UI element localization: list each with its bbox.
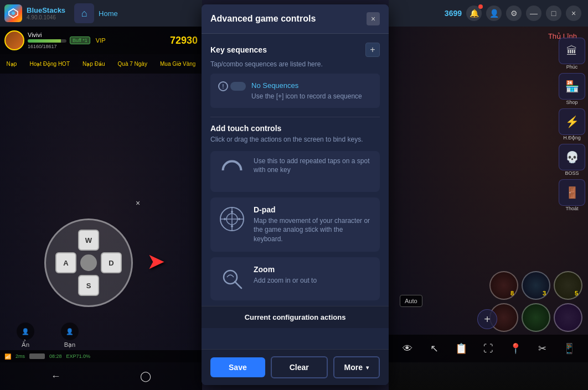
skill-1[interactable]: 8 — [489, 271, 518, 300]
skill-2[interactable]: 3 — [522, 271, 550, 300]
dialog-header: Advanced game controls × — [202, 4, 389, 34]
thoat-label: Thoát — [565, 206, 578, 211]
more-button[interactable]: More ▾ — [333, 356, 380, 378]
scissors-icon[interactable]: ✂ — [533, 340, 551, 357]
dpad-control-desc: Map the movement of your character or th… — [254, 216, 372, 244]
action-hdong[interactable]: ⚡ H.Động — [559, 108, 585, 141]
game-menu-bar[interactable]: Nạp Hoạt Động HOT Nạp Đầu Quà 7 Ngày Mua… — [0, 54, 202, 74]
tap-repeat-card[interactable]: Use this to add repeated taps on a spot … — [210, 151, 380, 192]
touch-controls-title: Add touch controls — [210, 124, 380, 133]
notification-dot — [478, 4, 483, 9]
hdong-icon: ⚡ — [559, 108, 585, 135]
expand-icon[interactable]: ⛶ — [479, 340, 497, 357]
bluestacks-version: 4.90.0.1046 — [27, 14, 65, 20]
skill-6[interactable] — [554, 303, 582, 332]
map-icon[interactable]: 📍 — [507, 340, 524, 357]
no-sequences-content: No Sequences Use the [+] icon to record … — [251, 80, 362, 101]
clear-button[interactable]: Clear — [271, 356, 328, 378]
svg-point-8 — [231, 225, 233, 227]
tap-repeat-desc: Use this to add repeated taps on a spot … — [254, 157, 372, 175]
menu-item-napdau[interactable]: Nạp Đầu — [82, 61, 105, 67]
action-thoat[interactable]: 🚪 Thoát — [559, 179, 585, 211]
char-name: Vivivi — [28, 32, 66, 38]
boss-label: BOSS — [565, 170, 579, 176]
zoom-card[interactable]: Zoom Add zoom in or out to — [210, 257, 380, 300]
char-info: Vivivi 16160/18617 — [28, 32, 66, 49]
skill-circles: 8 3 5 — [489, 271, 582, 332]
dpad-left[interactable]: A — [55, 252, 76, 273]
action-boss[interactable]: 💀 BOSS — [559, 144, 585, 176]
right-game-content: Thủ Lĩnh 🏛 Phúc 🏪 Shop ⚡ H.Động 💀 BOSS 🚪… — [389, 27, 588, 362]
bluestacks-title-area: BlueStacks 4.90.0.1046 — [27, 6, 65, 20]
nav-home[interactable]: ◯ — [140, 370, 151, 382]
hp-fill — [28, 39, 61, 43]
home-label: Home — [99, 9, 118, 18]
action-shop[interactable]: 🏪 Shop — [559, 73, 585, 105]
key-sequences-header: Key sequences + — [210, 43, 380, 57]
svg-point-2 — [223, 162, 241, 179]
dpad-right[interactable]: D — [101, 252, 122, 273]
svg-point-7 — [231, 211, 233, 213]
menu-item-hoatdong[interactable]: Hoạt Động HOT — [29, 61, 70, 67]
zoom-control-icon — [218, 265, 246, 293]
eye-icon[interactable]: 👁 — [399, 340, 416, 357]
dpad-center — [80, 254, 97, 271]
status-time: 08:28 — [49, 353, 62, 359]
notification-button[interactable]: 🔔 — [466, 6, 482, 21]
boss-icon: 💀 — [559, 144, 585, 170]
phuc-icon: 🏛 — [559, 38, 585, 64]
add-circle-button[interactable]: + — [477, 309, 497, 329]
zoom-control-info: Zoom Add zoom in or out to — [254, 265, 317, 285]
dialog-close-button[interactable]: × — [367, 12, 380, 25]
dpad-container[interactable]: W S A D — [44, 219, 133, 307]
buff-badge: Buff *1 — [70, 37, 90, 44]
auto-badge[interactable]: Auto — [400, 295, 422, 307]
minimize-button[interactable]: — — [526, 6, 541, 21]
dpad-up[interactable]: W — [78, 230, 99, 251]
nav-back[interactable]: ← — [51, 371, 61, 382]
dialog-footer: Save Clear More ▾ — [202, 349, 389, 385]
right-actions: 🏛 Phúc 🏪 Shop ⚡ H.Động 💀 BOSS 🚪 Thoát — [559, 38, 585, 211]
home-button[interactable]: ⌂ — [74, 3, 94, 23]
status-bar: 📶 2ms 08:28 EXP71.0% — [0, 350, 202, 362]
save-button[interactable]: Save — [210, 357, 265, 377]
skill-3[interactable]: 5 — [554, 271, 582, 300]
shop-label: Shop — [566, 100, 577, 105]
right-bottom-icons: 👁 ↖ 📋 ⛶ 📍 ✂ 📱 — [389, 335, 588, 362]
left-game-panel: BlueStacks 4.90.0.1046 ⌂ Home Vivivi 161… — [0, 0, 202, 390]
profile-button[interactable]: 👤 — [486, 6, 502, 21]
dpad-card[interactable]: D-pad Map the movement of your character… — [210, 197, 380, 252]
game-content-left: Vivivi 16160/18617 Buff *1 VIP 72930 Nạp… — [0, 27, 202, 390]
right-score: 3699 — [445, 9, 462, 18]
cursor-icon[interactable]: ↖ — [426, 340, 443, 357]
right-top-bar: 3699 🔔 👤 ⚙ — □ × — [389, 0, 588, 27]
dpad-control-icon — [218, 205, 246, 233]
menu-item-nap[interactable]: Nạp — [7, 61, 17, 67]
settings-button[interactable]: ⚙ — [506, 6, 522, 21]
menu-item-muagiovang[interactable]: Mua Giờ Vàng — [160, 61, 195, 67]
maximize-button[interactable]: □ — [546, 6, 561, 21]
mobile-icon[interactable]: 📱 — [560, 340, 578, 357]
zoom-control-desc: Add zoom in or out to — [254, 276, 317, 285]
no-sequences-card: ! No Sequences Use the [+] icon to recor… — [210, 74, 380, 108]
dpad-down[interactable]: S — [78, 275, 99, 296]
right-game-panel: 3699 🔔 👤 ⚙ — □ × Thủ Lĩnh 🏛 Phúc 🏪 Shop … — [389, 0, 588, 390]
an-label: 👤 Ẩn — [17, 323, 34, 349]
action-phuc[interactable]: 🏛 Phúc — [559, 38, 585, 70]
current-config-title: Current configuration actions — [209, 313, 381, 321]
svg-line-12 — [235, 282, 241, 288]
no-sequences-link[interactable]: No Sequences — [251, 81, 298, 90]
ban-label: 👤 Bạn — [61, 323, 79, 349]
no-sequences-icons: ! — [218, 81, 246, 91]
dpad-cross: W S A D — [55, 230, 122, 296]
dialog-body[interactable]: Key sequences + Tap/combo sequences are … — [202, 34, 389, 349]
add-sequence-button[interactable]: + — [365, 43, 380, 57]
menu-item-qua7ngay[interactable]: Quà 7 Ngày — [118, 61, 147, 67]
copy-icon[interactable]: 📋 — [452, 340, 470, 357]
bottom-nav: ← ◯ — [0, 362, 202, 390]
close-app-button[interactable]: × — [566, 6, 581, 21]
status-exp: EXP71.0% — [66, 353, 91, 359]
dpad-close[interactable]: × — [136, 199, 140, 207]
tap-repeat-info: Use this to add repeated taps on a spot … — [254, 157, 372, 175]
skill-5[interactable] — [522, 303, 550, 332]
